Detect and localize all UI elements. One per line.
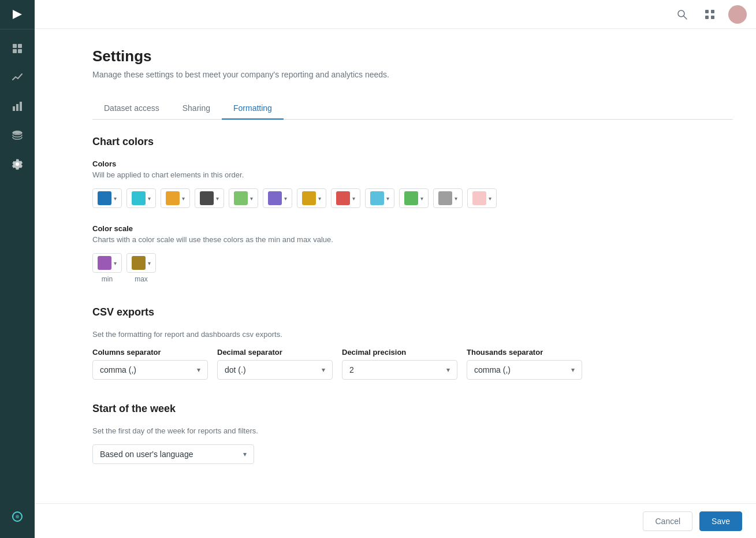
decimal-separator-group: Decimal separator dot (.) ▾ [217, 348, 333, 380]
swatch-chevron-7: ▾ [352, 195, 355, 202]
color-swatch-6[interactable]: ▾ [297, 188, 326, 208]
csv-exports-section: CSV exports Set the formatting for repor… [92, 306, 733, 380]
swatch-chevron-11: ▾ [489, 195, 491, 202]
start-of-week-section: Start of the week Set the first day of t… [92, 403, 733, 464]
start-of-week-chevron: ▾ [243, 450, 247, 458]
svg-line-12 [684, 16, 687, 19]
swatch-chevron-0: ▾ [114, 195, 117, 202]
scale-max-item: ▾ max [126, 253, 156, 283]
color-swatch-9[interactable]: ▾ [399, 188, 429, 208]
footer: Cancel Save [35, 503, 756, 538]
sidebar-item-dashboard[interactable] [0, 34, 35, 63]
columns-separator-label: Columns separator [92, 348, 208, 357]
color-swatch-3[interactable]: ▾ [195, 188, 224, 208]
cancel-button[interactable]: Cancel [643, 511, 692, 531]
thousands-separator-value: comma (,) [474, 365, 511, 374]
svg-rect-4 [18, 49, 22, 53]
thousands-separator-label: Thousands separator [467, 348, 582, 357]
sidebar-item-support[interactable] [0, 502, 35, 531]
chart-colors-title: Chart colors [92, 136, 733, 148]
sidebar [0, 0, 35, 538]
color-scale-desc: Charts with a color scale will use these… [92, 235, 733, 244]
thousands-separator-group: Thousands separator comma (,) ▾ [467, 348, 582, 380]
svg-rect-13 [705, 10, 709, 13]
tab-formatting[interactable]: Formatting [222, 98, 284, 120]
decimal-precision-select[interactable]: 2 ▾ [342, 360, 457, 380]
color-scale-swatches: ▾ min ▾ max [92, 253, 733, 283]
svg-point-8 [13, 131, 22, 134]
scale-max-label: max [135, 275, 148, 283]
sidebar-item-settings[interactable] [0, 150, 35, 179]
swatch-chevron-1: ▾ [148, 195, 151, 202]
apps-grid-icon[interactable] [701, 5, 719, 24]
columns-separator-group: Columns separator comma (,) ▾ [92, 348, 208, 380]
svg-point-10 [16, 515, 19, 518]
svg-rect-14 [711, 10, 714, 13]
scale-max-swatch[interactable]: ▾ [126, 253, 156, 273]
decimal-separator-chevron: ▾ [322, 366, 325, 374]
svg-rect-16 [711, 16, 714, 19]
color-swatch-2[interactable]: ▾ [161, 188, 190, 208]
swatch-chevron-10: ▾ [455, 195, 457, 202]
columns-separator-select[interactable]: comma (,) ▾ [92, 360, 208, 380]
decimal-separator-select[interactable]: dot (.) ▾ [217, 360, 333, 380]
csv-section-title: CSV exports [92, 306, 733, 318]
tab-sharing[interactable]: Sharing [171, 98, 222, 120]
decimal-separator-value: dot (.) [225, 365, 246, 374]
color-swatch-7[interactable]: ▾ [331, 188, 360, 208]
color-scale-section: Color scale Charts with a color scale wi… [92, 224, 733, 283]
main-content: Settings Manage these settings to best m… [69, 29, 756, 538]
color-swatch-1[interactable]: ▾ [126, 188, 156, 208]
app-logo [0, 0, 35, 29]
color-swatches-list: ▾▾▾▾▾▾▾▾▾▾▾▾ [92, 188, 733, 208]
sidebar-item-database[interactable] [0, 121, 35, 150]
swatch-chevron-3: ▾ [216, 195, 219, 202]
scale-min-chevron: ▾ [114, 260, 117, 266]
search-icon[interactable] [673, 5, 691, 24]
decimal-separator-label: Decimal separator [217, 348, 333, 357]
decimal-precision-group: Decimal precision 2 ▾ [342, 348, 457, 380]
scale-min-label: min [102, 275, 113, 283]
swatch-chevron-8: ▾ [386, 195, 389, 202]
sidebar-bottom [0, 502, 35, 538]
page-subtitle: Manage these settings to best meet your … [92, 70, 733, 79]
swatch-chevron-4: ▾ [250, 195, 253, 202]
color-swatch-8[interactable]: ▾ [365, 188, 394, 208]
swatch-chevron-2: ▾ [182, 195, 185, 202]
svg-rect-5 [13, 106, 15, 111]
sidebar-item-reports[interactable] [0, 92, 35, 121]
chart-colors-section: Chart colors Colors Will be applied to c… [92, 136, 733, 208]
columns-separator-value: comma (,) [100, 365, 136, 374]
svg-rect-2 [18, 44, 22, 48]
start-of-week-select[interactable]: Based on user's language ▾ [92, 444, 254, 464]
thousands-separator-select[interactable]: comma (,) ▾ [467, 360, 582, 380]
color-swatch-4[interactable]: ▾ [229, 188, 258, 208]
user-avatar[interactable] [728, 5, 747, 24]
week-desc: Set the first day of the week for report… [92, 426, 733, 435]
svg-rect-7 [20, 102, 22, 111]
settings-tabs: Dataset access Sharing Formatting [92, 98, 733, 120]
color-swatch-11[interactable]: ▾ [467, 188, 497, 208]
color-swatch-10[interactable]: ▾ [433, 188, 463, 208]
tab-dataset-access[interactable]: Dataset access [92, 98, 171, 120]
scale-min-swatch[interactable]: ▾ [92, 253, 122, 273]
svg-point-11 [678, 10, 684, 17]
week-section-title: Start of the week [92, 403, 733, 415]
sidebar-item-analytics[interactable] [0, 63, 35, 92]
colors-label: Colors [92, 159, 733, 168]
scale-min-item: ▾ min [92, 253, 122, 283]
color-swatch-0[interactable]: ▾ [92, 188, 122, 208]
swatch-chevron-5: ▾ [284, 195, 287, 202]
csv-selects-row: Columns separator comma (,) ▾ Decimal se… [92, 348, 733, 380]
decimal-precision-value: 2 [349, 365, 354, 374]
save-button[interactable]: Save [699, 511, 742, 531]
svg-rect-15 [705, 16, 709, 19]
start-of-week-value: Based on user's language [100, 450, 193, 459]
svg-rect-3 [13, 49, 17, 53]
color-swatch-5[interactable]: ▾ [263, 188, 292, 208]
swatch-chevron-6: ▾ [318, 195, 321, 202]
decimal-precision-label: Decimal precision [342, 348, 457, 357]
svg-rect-6 [16, 104, 18, 111]
thousands-separator-chevron: ▾ [571, 366, 575, 374]
page-title: Settings [92, 47, 733, 65]
